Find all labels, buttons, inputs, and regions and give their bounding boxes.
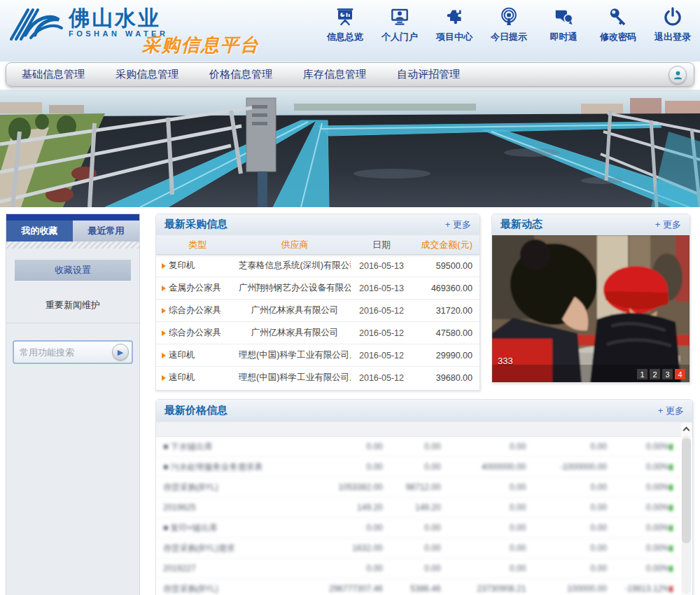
status-indicator — [670, 505, 673, 511]
news-title: 最新动态 — [500, 218, 542, 231]
row-amount: 47580.00 — [412, 328, 479, 338]
favorite-settings-button[interactable]: 收藏设置 — [15, 260, 131, 281]
table-row[interactable]: 速印机 理想(中国)科学工业有限公司广州分公司 2016-05-12 29990… — [156, 344, 479, 366]
carousel-page[interactable]: 4 — [675, 369, 685, 379]
price-v2: 149.20 — [383, 503, 441, 512]
price-row[interactable]: ■ 下水辅出库 0.00 0.00 0.00 0.00 0.00% — [156, 437, 681, 457]
price-pct: 0.00% — [607, 564, 670, 573]
price-row[interactable]: 存货采购(BYL) 1053382.00 98712.00 0.00 0.00 … — [156, 477, 681, 498]
user-button[interactable] — [668, 66, 687, 84]
price-v4: -1000000.00 — [526, 462, 606, 472]
price-row[interactable]: 2019227 0.00 0.00 0.00 0.00 0.00% — [156, 559, 681, 579]
price-row[interactable]: ■ 复印+辅出库 0.00 0.00 0.00 0.00 0.00% — [156, 518, 681, 538]
price-v3: 0.00 — [441, 482, 526, 492]
row-type: 金属办公家具 — [169, 282, 221, 294]
carousel-pagination: 1 2 3 4 — [635, 369, 685, 379]
price-v2: 0.00 — [383, 523, 441, 533]
toolbar-button[interactable]: 即时通 — [542, 6, 585, 43]
toolbar-icon — [596, 6, 640, 30]
row-arrow-icon — [162, 330, 166, 336]
toolbar-button[interactable]: 个人门户 — [378, 6, 421, 43]
price-v4: 0.00 — [526, 503, 606, 512]
vertical-scrollbar[interactable] — [681, 423, 692, 595]
price-v1: 0.00 — [314, 564, 383, 573]
price-pct: 0.00% — [607, 482, 670, 492]
main-area: 最新采购信息 + 更多 类型 供应商 日期 成交金额(元) 复印机 — [155, 214, 693, 595]
prices-more-link[interactable]: + 更多 — [658, 405, 684, 417]
row-supplier: 广州亿林家具有限公司 — [239, 304, 351, 316]
carousel-page[interactable]: 2 — [650, 369, 660, 379]
price-name: 2019227 — [163, 564, 314, 573]
price-row[interactable]: 2019625 149.20 149.20 0.00 0.00 0.00% — [156, 498, 681, 518]
nav-item[interactable]: 基础信息管理 — [22, 68, 85, 81]
table-row[interactable]: 金属办公家具 广州翔特钢艺办公设备有限公司 2016-05-13 469360.… — [156, 276, 479, 299]
toolbar-button[interactable]: 项目中心 — [433, 6, 476, 43]
header: 佛山水业 FOSHAN WATER 采购信息平台 信息总览 个人门户 项 — [0, 0, 700, 62]
scroll-up-button[interactable] — [681, 423, 692, 434]
toolbar-button[interactable]: 修改密码 — [596, 6, 640, 43]
price-v1: 1053382.00 — [314, 482, 383, 492]
news-more-link[interactable]: + 更多 — [655, 218, 681, 231]
toolbar-label: 项目中心 — [436, 31, 472, 42]
price-row[interactable]: ■ 污水处理服务业务需求表 0.00 0.00 4000000.00 -1000… — [156, 457, 681, 477]
table-row[interactable]: 复印机 芝泰格信息系统(深圳)有限公司广州分公司 2016-05-13 5950… — [156, 254, 479, 276]
price-v3: 0.00 — [441, 442, 526, 451]
status-indicator — [670, 464, 673, 470]
sidebar-tab[interactable]: 我的收藏 — [6, 220, 73, 241]
carousel-page[interactable]: 3 — [662, 369, 673, 379]
price-row[interactable]: 存货采购(BYL)需求 1632.00 0.00 0.00 0.00 0.00% — [156, 538, 681, 559]
status-indicator — [670, 444, 673, 450]
sidebar: 我的收藏 最近常用 收藏设置 重要新闻维护 ▶ — [6, 214, 140, 595]
nav-item[interactable]: 采购信息管理 — [115, 68, 178, 81]
price-v2: 5386.46 — [383, 584, 441, 594]
price-pct: 0.00% — [607, 523, 670, 533]
chevron-up-icon — [683, 426, 690, 433]
price-name: ■ 下水辅出库 — [163, 441, 314, 453]
toolbar-button[interactable]: 信息总览 — [323, 6, 367, 43]
row-date: 2016-05-12 — [351, 306, 412, 316]
nav-item[interactable]: 自动评招管理 — [397, 68, 460, 81]
price-row[interactable]: 存货采购(BYL) 296777307.46 5386.46 23730908.… — [156, 579, 681, 595]
scrollbar-track[interactable] — [682, 435, 691, 594]
table-row[interactable]: 速印机 理想(中国)科学工业有限公司广州分公司 2016-05-12 39680… — [156, 366, 479, 388]
row-type: 速印机 — [169, 372, 195, 384]
search-input[interactable] — [20, 347, 112, 358]
status-indicator — [670, 586, 673, 592]
scrollbar-thumb[interactable] — [682, 438, 691, 543]
row-amount: 39680.00 — [412, 373, 479, 383]
row-supplier: 理想(中国)科学工业有限公司广州分公司 — [239, 349, 351, 361]
news-photo[interactable]: 333 1 2 3 4 — [492, 235, 690, 383]
logo-swoosh-icon — [7, 4, 66, 45]
platform-title: 采购信息平台 — [142, 33, 260, 57]
row-amount: 31720.00 — [412, 306, 479, 316]
table-row[interactable]: 综合办公家具 广州亿林家具有限公司 2016-05-12 31720.00 — [156, 299, 479, 321]
sidebar-top-bar — [6, 214, 139, 220]
price-v4: 0.00 — [526, 442, 606, 451]
price-v3: 0.00 — [441, 523, 526, 533]
header-toolbar: 信息总览 个人门户 项目中心 今日提示 — [312, 6, 694, 43]
nav-item[interactable]: 价格信息管理 — [209, 68, 272, 81]
important-news-link[interactable]: 重要新闻维护 — [6, 285, 139, 323]
table-row[interactable]: 综合办公家具 广州亿林家具有限公司 2016-05-12 47580.00 — [156, 321, 479, 344]
col-supplier: 供应商 — [239, 239, 351, 251]
carousel-page[interactable]: 1 — [637, 369, 648, 379]
content: 我的收藏 最近常用 收藏设置 重要新闻维护 ▶ 最新采购信息 + 更多 — [0, 211, 700, 595]
procurement-more-link[interactable]: + 更多 — [445, 218, 471, 231]
search-go-button[interactable]: ▶ — [112, 344, 129, 360]
toolbar-label: 退出登录 — [654, 31, 691, 42]
nav-item[interactable]: 库存信息管理 — [303, 68, 366, 81]
price-name: 存货采购(BYL)需求 — [163, 542, 314, 554]
price-name: 存货采购(BYL) — [163, 482, 314, 493]
status-indicator — [670, 484, 673, 491]
toolbar-icon — [433, 6, 476, 30]
price-v2: 0.00 — [383, 543, 441, 553]
toolbar-button[interactable]: 退出登录 — [651, 6, 694, 43]
row-type: 综合办公家具 — [169, 304, 221, 316]
sidebar-tab[interactable]: 最近常用 — [73, 220, 139, 241]
row-amount: 59500.00 — [412, 261, 479, 271]
toolbar-button[interactable]: 今日提示 — [487, 6, 531, 43]
toolbar-label: 即时通 — [550, 31, 578, 42]
price-v4: 100000.00 — [526, 584, 606, 594]
page: 佛山水业 FOSHAN WATER 采购信息平台 信息总览 个人门户 项 — [0, 0, 700, 595]
price-v1: 0.00 — [314, 462, 383, 472]
